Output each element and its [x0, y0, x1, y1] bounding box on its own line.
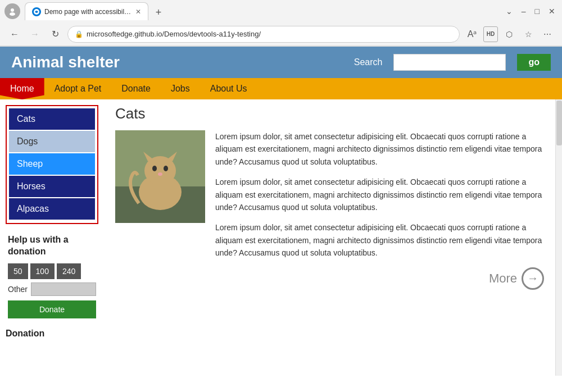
donation-amounts: 50 100 240	[8, 263, 96, 279]
share-icon[interactable]: ⬡	[501, 26, 517, 42]
donation-section-label: Donation	[6, 329, 98, 339]
site-header: Animal shelter Search go	[0, 47, 562, 78]
title-bar: Demo page with accessibility iss ✕ + ⌄ –…	[0, 0, 562, 22]
site-navigation: Home Adopt a Pet Donate Jobs About Us	[0, 78, 562, 99]
article-title: Cats	[115, 105, 544, 122]
minimize-button[interactable]: –	[519, 4, 528, 18]
new-tab-button[interactable]: +	[151, 4, 166, 20]
lock-icon: 🔒	[75, 30, 83, 38]
back-button[interactable]: ←	[7, 26, 22, 42]
close-button[interactable]: ✕	[546, 4, 558, 18]
content-area: Cats	[104, 99, 562, 376]
sidebar-item-cats[interactable]: Cats	[9, 108, 95, 130]
favorites-icon[interactable]: ☆	[520, 26, 536, 42]
more-label: More	[489, 271, 517, 286]
svg-point-9	[152, 166, 157, 171]
article: Cats	[104, 99, 555, 376]
sidebar-item-horses[interactable]: Horses	[9, 176, 95, 197]
nav-donate[interactable]: Donate	[111, 78, 161, 99]
search-button[interactable]: go	[517, 54, 551, 71]
svg-point-1	[10, 12, 15, 16]
amount-100-button[interactable]: 100	[30, 263, 55, 279]
donation-title: Help us with a donation	[8, 234, 96, 258]
sidebar-item-sheep[interactable]: Sheep	[9, 153, 95, 175]
article-paragraph-2: Lorem ipsum dolor, sit amet consectetur …	[215, 176, 544, 213]
nav-about-us[interactable]: About Us	[200, 78, 257, 99]
nav-extras: Aᵃ HD ⬡ ☆ ⋯	[464, 26, 555, 42]
tab-close-button[interactable]: ✕	[135, 8, 141, 16]
tab-favicon	[32, 7, 41, 16]
sidebar-border: Cats Dogs Sheep Horses Alpacas	[6, 105, 98, 224]
svg-point-11	[158, 172, 162, 176]
cat-svg	[115, 130, 205, 223]
donation-widget: Help us with a donation 50 100 240 Other…	[6, 230, 98, 323]
tab-title: Demo page with accessibility iss	[44, 8, 132, 16]
maximize-button[interactable]: □	[533, 4, 542, 18]
amount-240-button[interactable]: 240	[57, 263, 81, 279]
other-amount-row: Other	[8, 282, 96, 296]
search-label: Search	[354, 57, 383, 67]
sidebar: Cats Dogs Sheep Horses Alpacas Help us w…	[0, 99, 104, 376]
more-link[interactable]: More →	[215, 267, 544, 290]
nav-jobs[interactable]: Jobs	[161, 78, 200, 99]
nav-adopt-a-pet[interactable]: Adopt a Pet	[44, 78, 112, 99]
article-text: Lorem ipsum dolor, sit amet consectetur …	[215, 130, 544, 290]
article-paragraph-1: Lorem ipsum dolor, sit amet consectetur …	[215, 130, 544, 168]
menu-button[interactable]: ⋯	[540, 26, 555, 42]
sidebar-item-alpacas[interactable]: Alpacas	[9, 198, 95, 220]
address-text: microsoftedge.github.io/Demos/devtools-a…	[87, 30, 452, 38]
window-controls-right: ⌄ – □ ✕	[504, 4, 558, 18]
hd-icon[interactable]: HD	[483, 26, 498, 42]
read-aloud-icon[interactable]: Aᵃ	[464, 26, 480, 42]
svg-point-10	[164, 166, 168, 171]
navigation-bar: ← → ↻ 🔒 microsoftedge.github.io/Demos/de…	[0, 22, 562, 46]
other-amount-input[interactable]	[31, 282, 96, 296]
address-bar[interactable]: 🔒 microsoftedge.github.io/Demos/devtools…	[67, 26, 460, 43]
article-paragraph-3: Lorem ipsum dolor, sit amet consectetur …	[215, 221, 544, 259]
tab-bar: Demo page with accessibility iss ✕ +	[25, 2, 504, 20]
other-label: Other	[8, 285, 28, 294]
website-content: Animal shelter Search go Home Adopt a Pe…	[0, 47, 562, 392]
more-circle-icon[interactable]: →	[522, 267, 544, 290]
main-area: Cats Dogs Sheep Horses Alpacas Help us w…	[0, 99, 562, 376]
sidebar-item-dogs[interactable]: Dogs	[9, 131, 95, 152]
search-input[interactable]	[393, 54, 506, 71]
forward-button: →	[27, 26, 43, 42]
chevron-down-icon[interactable]: ⌄	[504, 4, 515, 18]
nav-home[interactable]: Home	[0, 78, 44, 99]
scrollbar-track[interactable]	[555, 99, 562, 376]
active-tab[interactable]: Demo page with accessibility iss ✕	[25, 2, 148, 20]
article-body: Lorem ipsum dolor, sit amet consectetur …	[115, 130, 544, 290]
profile-icon[interactable]	[4, 3, 20, 19]
amount-50-button[interactable]: 50	[8, 263, 28, 279]
browser-chrome: Demo page with accessibility iss ✕ + ⌄ –…	[0, 0, 562, 47]
scrollbar-thumb[interactable]	[556, 101, 562, 145]
refresh-button[interactable]: ↻	[47, 26, 63, 42]
donate-button[interactable]: Donate	[8, 300, 96, 318]
cat-image	[115, 130, 205, 223]
svg-point-0	[11, 8, 14, 12]
site-title: Animal shelter	[11, 53, 343, 71]
window-controls-left	[4, 3, 20, 19]
